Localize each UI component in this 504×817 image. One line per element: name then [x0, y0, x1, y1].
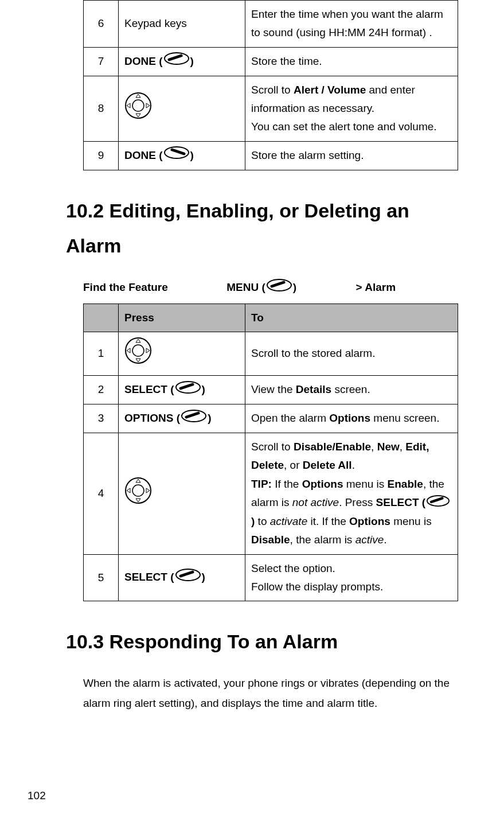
table-row: 1 Scroll to the stored alarm.: [84, 332, 458, 375]
table-row: 9 DONE () Store the alarm setting.: [84, 141, 458, 170]
press-cell: SELECT (): [119, 554, 245, 601]
left-softkey-icon: [175, 569, 201, 587]
press-cell: [119, 76, 245, 141]
table-row: 5 SELECT () Select the option. Follow th…: [84, 554, 458, 601]
press-cell: [119, 332, 245, 375]
to-cell: Open the alarm Options menu screen.: [245, 404, 458, 433]
nav-key-icon: [124, 477, 152, 510]
to-cell: Store the alarm setting.: [245, 141, 458, 170]
table-row: 2 SELECT () View the Details screen.: [84, 375, 458, 404]
to-cell: Scroll to the stored alarm.: [245, 332, 458, 375]
section-heading-10-2: 10.2 Editing, Enabling, or Deleting an A…: [66, 193, 458, 263]
left-softkey-icon: [164, 52, 189, 71]
step-number: 7: [84, 47, 119, 76]
table-row: 3 OPTIONS () Open the alarm Options menu…: [84, 404, 458, 433]
table-row: 8 Scroll to Alert / Volume and enter inf…: [84, 76, 458, 141]
left-softkey-icon: [267, 278, 292, 298]
done-label: DONE: [124, 55, 156, 67]
header-blank: [84, 304, 119, 332]
step-number: 4: [84, 433, 119, 555]
press-cell: Keypad keys: [119, 1, 245, 48]
to-cell: View the Details screen.: [245, 375, 458, 404]
press-cell: DONE (): [119, 47, 245, 76]
done-label: DONE: [124, 149, 156, 161]
table-row: 6 Keypad keys Enter the time when you wa…: [84, 1, 458, 48]
to-cell: Select the option. Follow the display pr…: [245, 554, 458, 601]
page-number: 102: [28, 786, 46, 806]
left-softkey-icon: [175, 381, 201, 399]
header-press: Press: [119, 304, 245, 332]
alarm-edit-table: Press To 1 Scroll to the stored alarm. 2…: [83, 304, 458, 601]
press-cell: SELECT (): [119, 375, 245, 404]
select-label: SELECT: [124, 571, 167, 583]
left-softkey-icon: [181, 410, 206, 428]
header-to: To: [245, 304, 458, 332]
table-row: 4 Scroll to Disable/Enable, New, Edit, D…: [84, 433, 458, 555]
table-header-row: Press To: [84, 304, 458, 332]
to-cell: Scroll to Disable/Enable, New, Edit, Del…: [245, 433, 458, 555]
nav-key-icon: [124, 337, 152, 370]
press-cell: DONE (): [119, 141, 245, 170]
right-softkey-icon: [164, 146, 189, 165]
find-feature-line: Find the Feature MENU () > Alarm: [83, 278, 458, 298]
table-row: 7 DONE () Store the time.: [84, 47, 458, 76]
step-number: 2: [84, 375, 119, 404]
press-cell: OPTIONS (): [119, 404, 245, 433]
nav-key-icon: [124, 92, 152, 125]
options-label: OPTIONS: [124, 412, 174, 424]
to-cell: Store the time.: [245, 47, 458, 76]
to-cell: Enter the time when you want the alarm t…: [245, 1, 458, 48]
step-number: 6: [84, 1, 119, 48]
step-number: 8: [84, 76, 119, 141]
to-cell: Scroll to Alert / Volume and enter infor…: [245, 76, 458, 141]
step-number: 5: [84, 554, 119, 601]
alarm-setup-table: 6 Keypad keys Enter the time when you wa…: [83, 0, 458, 170]
section-heading-10-3: 10.3 Responding To an Alarm: [66, 624, 458, 659]
step-number: 3: [84, 404, 119, 433]
step-number: 9: [84, 141, 119, 170]
press-cell: [119, 433, 245, 555]
step-number: 1: [84, 332, 119, 375]
section-paragraph: When the alarm is activated, your phone …: [83, 674, 458, 713]
left-softkey-icon: [427, 494, 450, 512]
select-label: SELECT: [124, 383, 167, 395]
